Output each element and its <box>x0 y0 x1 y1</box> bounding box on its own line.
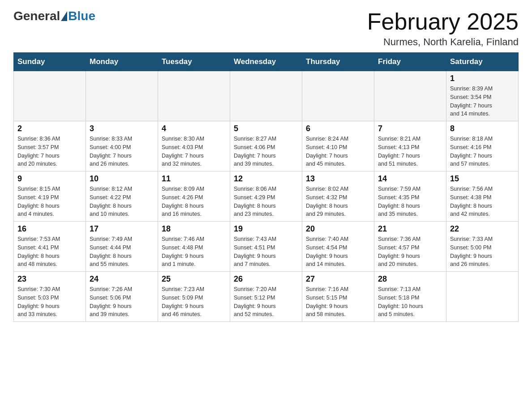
calendar-day-cell <box>14 71 86 121</box>
day-info: Sunrise: 8:24 AM Sunset: 4:10 PM Dayligh… <box>306 135 370 168</box>
day-info: Sunrise: 7:46 AM Sunset: 4:48 PM Dayligh… <box>162 235 226 269</box>
day-header-tuesday: Tuesday <box>158 53 230 71</box>
day-number: 20 <box>306 224 370 234</box>
calendar-day-cell: 16Sunrise: 7:53 AM Sunset: 4:41 PM Dayli… <box>14 222 86 272</box>
calendar-day-cell: 4Sunrise: 8:30 AM Sunset: 4:03 PM Daylig… <box>158 121 230 171</box>
calendar-day-cell <box>446 272 519 322</box>
day-number: 18 <box>162 224 226 234</box>
day-info: Sunrise: 7:30 AM Sunset: 5:03 PM Dayligh… <box>17 285 82 319</box>
calendar-day-cell: 1Sunrise: 8:39 AM Sunset: 3:54 PM Daylig… <box>446 71 519 121</box>
calendar-header-row: SundayMondayTuesdayWednesdayThursdayFrid… <box>14 53 519 71</box>
day-info: Sunrise: 8:39 AM Sunset: 3:54 PM Dayligh… <box>450 85 515 118</box>
day-number: 12 <box>234 174 298 184</box>
calendar-day-cell: 9Sunrise: 8:15 AM Sunset: 4:19 PM Daylig… <box>14 171 86 222</box>
calendar-day-cell: 20Sunrise: 7:40 AM Sunset: 4:54 PM Dayli… <box>302 222 374 272</box>
calendar-day-cell: 28Sunrise: 7:13 AM Sunset: 5:18 PM Dayli… <box>374 272 446 322</box>
day-info: Sunrise: 7:16 AM Sunset: 5:15 PM Dayligh… <box>306 285 370 319</box>
calendar-day-cell <box>86 71 158 121</box>
day-info: Sunrise: 7:49 AM Sunset: 4:44 PM Dayligh… <box>90 235 154 269</box>
day-header-saturday: Saturday <box>446 53 519 71</box>
day-number: 11 <box>162 174 226 184</box>
calendar-day-cell: 26Sunrise: 7:20 AM Sunset: 5:12 PM Dayli… <box>230 272 302 322</box>
day-number: 21 <box>378 224 442 234</box>
calendar-day-cell <box>158 71 230 121</box>
day-info: Sunrise: 8:36 AM Sunset: 3:57 PM Dayligh… <box>17 135 82 168</box>
logo-general-text: General <box>13 9 60 23</box>
day-header-sunday: Sunday <box>14 53 86 71</box>
calendar-week-row: 1Sunrise: 8:39 AM Sunset: 3:54 PM Daylig… <box>14 71 519 121</box>
day-number: 2 <box>17 124 82 133</box>
day-info: Sunrise: 8:15 AM Sunset: 4:19 PM Dayligh… <box>17 185 82 218</box>
day-header-friday: Friday <box>374 53 446 71</box>
calendar-day-cell: 21Sunrise: 7:36 AM Sunset: 4:57 PM Dayli… <box>374 222 446 272</box>
day-number: 17 <box>90 224 154 234</box>
day-info: Sunrise: 8:33 AM Sunset: 4:00 PM Dayligh… <box>90 135 154 168</box>
calendar-title: February 2025 <box>367 9 519 34</box>
day-number: 4 <box>162 124 226 133</box>
day-number: 25 <box>162 274 226 284</box>
page-header: General Blue February 2025 Nurmes, North… <box>13 9 519 48</box>
calendar-week-row: 23Sunrise: 7:30 AM Sunset: 5:03 PM Dayli… <box>14 272 519 322</box>
day-info: Sunrise: 8:21 AM Sunset: 4:13 PM Dayligh… <box>378 135 442 168</box>
day-info: Sunrise: 7:20 AM Sunset: 5:12 PM Dayligh… <box>234 285 298 319</box>
calendar-week-row: 9Sunrise: 8:15 AM Sunset: 4:19 PM Daylig… <box>14 171 519 222</box>
day-info: Sunrise: 8:27 AM Sunset: 4:06 PM Dayligh… <box>234 135 298 168</box>
day-info: Sunrise: 8:18 AM Sunset: 4:16 PM Dayligh… <box>450 135 515 168</box>
day-number: 9 <box>17 174 82 184</box>
calendar-day-cell: 18Sunrise: 7:46 AM Sunset: 4:48 PM Dayli… <box>158 222 230 272</box>
day-number: 13 <box>306 174 370 184</box>
calendar-day-cell: 7Sunrise: 8:21 AM Sunset: 4:13 PM Daylig… <box>374 121 446 171</box>
calendar-day-cell: 24Sunrise: 7:26 AM Sunset: 5:06 PM Dayli… <box>86 272 158 322</box>
day-number: 14 <box>378 174 442 184</box>
calendar-day-cell: 19Sunrise: 7:43 AM Sunset: 4:51 PM Dayli… <box>230 222 302 272</box>
calendar-day-cell: 6Sunrise: 8:24 AM Sunset: 4:10 PM Daylig… <box>302 121 374 171</box>
calendar-day-cell <box>302 71 374 121</box>
logo: General Blue <box>13 9 95 23</box>
day-info: Sunrise: 7:23 AM Sunset: 5:09 PM Dayligh… <box>162 285 226 319</box>
calendar-day-cell: 22Sunrise: 7:33 AM Sunset: 5:00 PM Dayli… <box>446 222 519 272</box>
day-info: Sunrise: 7:33 AM Sunset: 5:00 PM Dayligh… <box>450 235 515 269</box>
calendar-day-cell <box>374 71 446 121</box>
day-number: 19 <box>234 224 298 234</box>
calendar-day-cell: 8Sunrise: 8:18 AM Sunset: 4:16 PM Daylig… <box>446 121 519 171</box>
day-info: Sunrise: 7:13 AM Sunset: 5:18 PM Dayligh… <box>378 285 442 319</box>
calendar-subtitle: Nurmes, North Karelia, Finland <box>367 36 519 48</box>
logo-triangle-icon <box>61 11 67 21</box>
day-info: Sunrise: 8:30 AM Sunset: 4:03 PM Dayligh… <box>162 135 226 168</box>
day-number: 7 <box>378 124 442 133</box>
day-info: Sunrise: 8:12 AM Sunset: 4:22 PM Dayligh… <box>90 185 154 218</box>
day-header-thursday: Thursday <box>302 53 374 71</box>
day-header-monday: Monday <box>86 53 158 71</box>
calendar-day-cell: 27Sunrise: 7:16 AM Sunset: 5:15 PM Dayli… <box>302 272 374 322</box>
calendar-day-cell: 13Sunrise: 8:02 AM Sunset: 4:32 PM Dayli… <box>302 171 374 222</box>
day-number: 8 <box>450 124 515 133</box>
calendar-day-cell: 5Sunrise: 8:27 AM Sunset: 4:06 PM Daylig… <box>230 121 302 171</box>
calendar-day-cell <box>230 71 302 121</box>
day-number: 27 <box>306 274 370 284</box>
day-info: Sunrise: 7:59 AM Sunset: 4:35 PM Dayligh… <box>378 185 442 218</box>
calendar-day-cell: 23Sunrise: 7:30 AM Sunset: 5:03 PM Dayli… <box>14 272 86 322</box>
day-number: 23 <box>17 274 82 284</box>
day-number: 16 <box>17 224 82 234</box>
day-number: 22 <box>450 224 515 234</box>
day-number: 10 <box>90 174 154 184</box>
calendar-week-row: 2Sunrise: 8:36 AM Sunset: 3:57 PM Daylig… <box>14 121 519 171</box>
calendar-table: SundayMondayTuesdayWednesdayThursdayFrid… <box>13 52 519 322</box>
day-number: 24 <box>90 274 154 284</box>
calendar-day-cell: 25Sunrise: 7:23 AM Sunset: 5:09 PM Dayli… <box>158 272 230 322</box>
day-info: Sunrise: 7:40 AM Sunset: 4:54 PM Dayligh… <box>306 235 370 269</box>
day-header-wednesday: Wednesday <box>230 53 302 71</box>
logo-blue-text: Blue <box>68 9 95 23</box>
day-number: 5 <box>234 124 298 133</box>
calendar-day-cell: 11Sunrise: 8:09 AM Sunset: 4:26 PM Dayli… <box>158 171 230 222</box>
day-number: 28 <box>378 274 442 284</box>
day-info: Sunrise: 8:06 AM Sunset: 4:29 PM Dayligh… <box>234 185 298 218</box>
day-info: Sunrise: 7:26 AM Sunset: 5:06 PM Dayligh… <box>90 285 154 319</box>
day-number: 1 <box>450 74 515 83</box>
day-number: 26 <box>234 274 298 284</box>
calendar-day-cell: 10Sunrise: 8:12 AM Sunset: 4:22 PM Dayli… <box>86 171 158 222</box>
day-info: Sunrise: 8:02 AM Sunset: 4:32 PM Dayligh… <box>306 185 370 218</box>
day-info: Sunrise: 7:43 AM Sunset: 4:51 PM Dayligh… <box>234 235 298 269</box>
calendar-day-cell: 12Sunrise: 8:06 AM Sunset: 4:29 PM Dayli… <box>230 171 302 222</box>
title-block: February 2025 Nurmes, North Karelia, Fin… <box>367 9 519 48</box>
